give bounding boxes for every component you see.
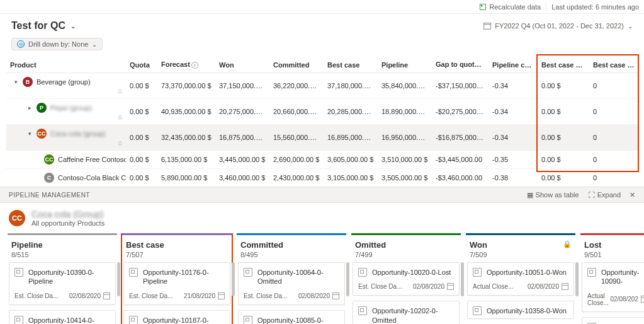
column-header[interactable]: Best case disco...	[538, 57, 589, 73]
scrollbar-thumb[interactable]	[575, 262, 579, 296]
lane-title: Omitted	[355, 240, 457, 250]
chevron-down-icon: ⌄	[628, 23, 633, 30]
column-header[interactable]: Best case	[324, 57, 378, 73]
kanban-lane: Pipeline8/515Opportunity-10390-0-Pipelin…	[8, 233, 117, 324]
product-name: Caffeine Free Contoso-Cola	[58, 156, 126, 163]
hierarchy-icon: ⌂	[118, 87, 122, 95]
opportunity-card[interactable]: Opportunity-10390-0-PipelineEst. Close D…	[9, 262, 116, 305]
column-header[interactable]: Committed	[269, 57, 324, 73]
cell-best: 3,105,000.00 $	[324, 169, 378, 187]
cell-pipe: 18,890,000.00 $	[378, 99, 432, 125]
opportunity-card[interactable]: Opportunity-10518-	[582, 317, 644, 324]
expand-chevron[interactable]: ▾	[13, 79, 19, 85]
opportunity-card[interactable]: Opportunity-10020-0-LostEst. Close Da...…	[353, 262, 460, 296]
period-selector[interactable]: FY2022 Q4 (Oct 01, 2022 - Dec 31, 2022) …	[483, 22, 633, 30]
page-title-dropdown[interactable]: Test for QC ⌄	[11, 20, 76, 32]
row-avatar: CC	[37, 129, 47, 139]
opportunity-card[interactable]: Opportunity-10064-0-OmittedEst. Close Da…	[238, 262, 345, 305]
calendar-icon[interactable]	[447, 283, 454, 290]
lane-count: 8/495	[240, 251, 342, 258]
opportunity-card[interactable]: Opportunity-10414-0-Pipeline	[9, 310, 116, 324]
card-title: Opportunity-10020-0-Lost	[372, 268, 451, 277]
column-header[interactable]: Gap to quotai	[432, 57, 489, 73]
show-as-table-button[interactable]: ▦ Show as table	[527, 191, 579, 199]
grid-row[interactable]: CCCaffeine Free Contoso-Cola0.00 $6,135,…	[6, 151, 638, 169]
card-date-label: Est. Close Da...	[358, 283, 402, 290]
column-header[interactable]: Pipeline cove...	[489, 57, 538, 73]
cell-committed: 2,430,000.00 $	[269, 169, 324, 187]
forecast-grid[interactable]: ProductQuotaForecastiWonCommittedBest ca…	[6, 57, 638, 187]
lock-icon: 🔒	[563, 240, 572, 248]
svg-rect-2	[484, 23, 491, 30]
expand-button[interactable]: ⛶ Expand	[588, 191, 621, 199]
card-date-label: Est. Close Da...	[14, 292, 58, 299]
card-type-icon	[587, 268, 596, 277]
drill-down-pill[interactable]: ◎ Drill down by: None ⌄	[11, 38, 103, 50]
cell-disc: 0.00 $	[538, 125, 589, 151]
card-date-label: Est. Close Da...	[244, 292, 287, 299]
card-type-icon	[473, 306, 482, 315]
cell-prod: 0	[589, 151, 638, 169]
scrollbar-thumb[interactable]	[461, 262, 464, 296]
opportunity-card[interactable]: Opportunity-10090-Actual Close...02/08/2…	[582, 262, 644, 312]
cell-best: 37,180,000.00 $	[324, 73, 378, 99]
card-date-label: Actual Close...	[587, 292, 611, 306]
card-date-value: 02/08/2020	[413, 283, 444, 290]
card-title: Opportunity-10176-0-Pipeline	[143, 268, 225, 286]
opportunity-card[interactable]: Opportunity-10085-0-Committed	[238, 310, 345, 324]
expand-chevron[interactable]: ▸	[26, 105, 33, 111]
column-header[interactable]: Best case produ...	[589, 57, 638, 73]
card-title: Opportunity-10051-0-Won	[487, 268, 567, 277]
card-type-icon	[244, 316, 252, 324]
lane-count: 9/501	[584, 251, 644, 258]
lane-count: 7/499	[355, 251, 457, 258]
last-updated-label: Last updated: 6 minutes ago	[551, 3, 639, 11]
card-type-icon	[358, 306, 367, 315]
calendar-icon[interactable]	[641, 296, 644, 303]
opportunity-card[interactable]: Opportunity-10051-0-WonActual Close...02…	[467, 262, 574, 296]
calendar-icon[interactable]	[562, 283, 568, 290]
cell-forecast: 5,890,000.00 $	[157, 169, 215, 187]
cell-quota: 0.00 $	[126, 169, 157, 187]
cell-quota: 0.00 $	[126, 99, 157, 125]
grid-row[interactable]: CContoso-Cola Black Cherry Vanilla0.00 $…	[6, 169, 638, 187]
expand-chevron[interactable]: ▾	[26, 130, 33, 137]
recalculate-button[interactable]: Recalculate data	[479, 3, 541, 11]
calendar-icon[interactable]	[332, 292, 339, 299]
opportunity-card[interactable]: Opportunity-10202-0-Omitted	[353, 301, 460, 324]
column-header[interactable]: Forecasti	[157, 57, 215, 73]
scrollbar-thumb[interactable]	[232, 262, 235, 296]
opportunity-card[interactable]: Opportunity-10176-0-PipelineEst. Close D…	[123, 262, 230, 305]
card-type-icon	[473, 268, 482, 277]
close-button[interactable]: ✕	[630, 191, 635, 199]
opportunity-card[interactable]: Opportunity-10187-0-BestCase	[123, 310, 230, 324]
opportunity-card[interactable]: Opportunity-10358-0-Won	[467, 301, 574, 318]
cell-disc: 0.00 $	[538, 73, 589, 99]
group-avatar: CC	[9, 210, 25, 226]
hierarchy-icon: ⌂	[118, 113, 122, 120]
scrollbar-thumb[interactable]	[117, 262, 120, 296]
info-icon[interactable]: i	[191, 62, 198, 69]
grid-row[interactable]: ▾BBeverage (group)⌂0.00 $73,370,000.00 $…	[6, 73, 638, 99]
column-header[interactable]: Product	[6, 57, 126, 73]
cell-quota: 0.00 $	[126, 151, 157, 169]
scrollbar-thumb[interactable]	[346, 262, 349, 296]
kanban-lane: Won🔒7/509Opportunity-10051-0-WonActual C…	[466, 233, 575, 324]
card-date-value: 21/08/2020	[184, 292, 215, 299]
grid-row[interactable]: ▸PPepsi (group)⌂0.00 $40,935,000.00 $20,…	[6, 99, 638, 125]
cell-committed: 20,660,000.00 $	[269, 99, 324, 125]
info-icon[interactable]: i	[480, 62, 487, 69]
column-header[interactable]: Quota	[126, 57, 157, 73]
calendar-icon[interactable]	[103, 292, 110, 299]
calendar-icon[interactable]	[218, 292, 225, 299]
card-title: Opportunity-10064-0-Omitted	[257, 268, 339, 286]
column-header[interactable]: Pipeline	[378, 57, 432, 73]
grid-row[interactable]: ▾CCCoca cola (group)⌂0.00 $32,435,000.00…	[6, 125, 638, 151]
card-date-value: 02/08/2020	[528, 283, 559, 290]
card-date-value: 02/08/2020	[69, 292, 101, 299]
cell-disc: 0.00 $	[538, 151, 589, 169]
cell-disc: 0.00 $	[538, 169, 589, 187]
row-avatar: C	[44, 173, 54, 183]
cell-best: 16,895,000.00 $	[324, 125, 378, 151]
column-header[interactable]: Won	[215, 57, 269, 73]
